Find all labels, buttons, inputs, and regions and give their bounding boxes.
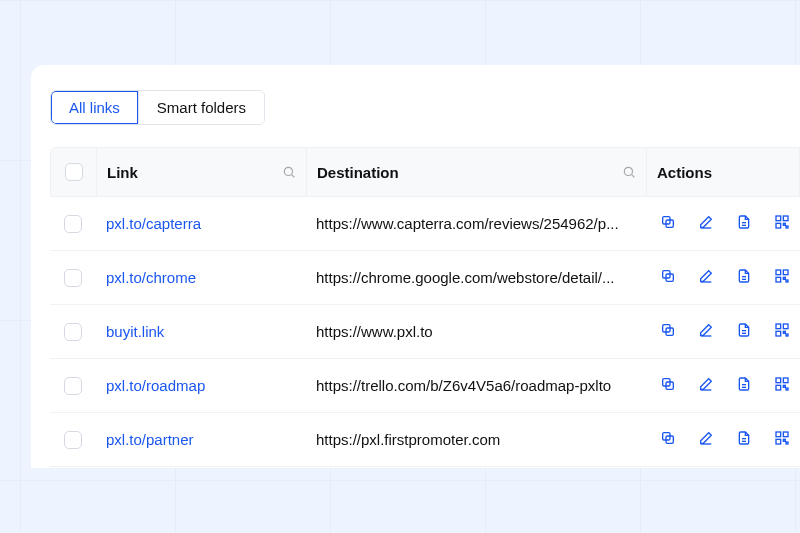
row-actions — [646, 322, 800, 341]
tab-smart-folders[interactable]: Smart folders — [138, 91, 264, 124]
svg-rect-10 — [783, 216, 788, 221]
svg-rect-13 — [786, 226, 788, 228]
row-checkbox[interactable] — [64, 377, 82, 395]
svg-rect-31 — [776, 331, 781, 336]
qr-icon[interactable] — [774, 430, 790, 449]
svg-rect-23 — [786, 280, 788, 282]
search-icon — [622, 165, 636, 179]
svg-rect-11 — [776, 223, 781, 228]
svg-rect-39 — [776, 378, 781, 383]
qr-icon[interactable] — [774, 214, 790, 233]
header-select-all — [51, 148, 97, 196]
row-destination: https://www.pxl.to — [306, 323, 646, 340]
svg-rect-29 — [776, 324, 781, 329]
svg-rect-42 — [783, 385, 785, 387]
table-row: pxl.to/roadmaphttps://trello.com/b/Z6v4V… — [50, 359, 800, 413]
file-icon[interactable] — [736, 430, 752, 449]
row-checkbox[interactable] — [64, 431, 82, 449]
row-link[interactable]: pxl.to/partner — [96, 431, 306, 448]
table-row: buyit.linkhttps://www.pxl.to — [50, 305, 800, 359]
row-destination: https://trello.com/b/Z6v4V5a6/roadmap-px… — [306, 377, 646, 394]
header-actions-label: Actions — [657, 164, 712, 181]
tab-all-links[interactable]: All links — [51, 91, 138, 124]
svg-rect-22 — [783, 277, 785, 279]
file-icon[interactable] — [736, 376, 752, 395]
row-link[interactable]: pxl.to/roadmap — [96, 377, 306, 394]
copy-icon[interactable] — [660, 376, 676, 395]
svg-rect-32 — [783, 331, 785, 333]
links-table: Link Destination Actions pxl.to/capterra… — [50, 147, 800, 467]
svg-rect-52 — [783, 439, 785, 441]
copy-icon[interactable] — [660, 268, 676, 287]
header-destination[interactable]: Destination — [307, 148, 647, 196]
svg-point-2 — [624, 167, 632, 175]
row-actions — [646, 214, 800, 233]
row-checkbox[interactable] — [64, 269, 82, 287]
file-icon[interactable] — [736, 322, 752, 341]
svg-rect-53 — [786, 442, 788, 444]
svg-rect-43 — [786, 388, 788, 390]
table-row: pxl.to/partnerhttps://pxl.firstpromoter.… — [50, 413, 800, 467]
copy-icon[interactable] — [660, 430, 676, 449]
row-link[interactable]: buyit.link — [96, 323, 306, 340]
header-destination-label: Destination — [317, 164, 399, 181]
edit-icon[interactable] — [698, 322, 714, 341]
select-all-checkbox[interactable] — [65, 163, 83, 181]
header-actions: Actions — [647, 148, 799, 196]
svg-rect-33 — [786, 334, 788, 336]
search-icon — [282, 165, 296, 179]
view-tabs: All links Smart folders — [50, 90, 265, 125]
file-icon[interactable] — [736, 268, 752, 287]
svg-rect-12 — [783, 223, 785, 225]
svg-point-0 — [284, 167, 292, 175]
row-checkbox[interactable] — [64, 215, 82, 233]
edit-icon[interactable] — [698, 376, 714, 395]
row-destination: https://www.capterra.com/reviews/254962/… — [306, 215, 646, 232]
svg-rect-30 — [783, 324, 788, 329]
edit-icon[interactable] — [698, 268, 714, 287]
header-link[interactable]: Link — [97, 148, 307, 196]
svg-rect-51 — [776, 439, 781, 444]
table-row: pxl.to/capterrahttps://www.capterra.com/… — [50, 197, 800, 251]
edit-icon[interactable] — [698, 430, 714, 449]
qr-icon[interactable] — [774, 322, 790, 341]
links-panel: All links Smart folders Link Destination… — [32, 66, 800, 467]
qr-icon[interactable] — [774, 376, 790, 395]
row-link[interactable]: pxl.to/chrome — [96, 269, 306, 286]
row-actions — [646, 268, 800, 287]
row-destination: https://chrome.google.com/webstore/detai… — [306, 269, 646, 286]
file-icon[interactable] — [736, 214, 752, 233]
copy-icon[interactable] — [660, 322, 676, 341]
svg-rect-50 — [783, 432, 788, 437]
svg-rect-41 — [776, 385, 781, 390]
svg-line-3 — [632, 175, 635, 178]
table-row: pxl.to/chromehttps://chrome.google.com/w… — [50, 251, 800, 305]
row-destination: https://pxl.firstpromoter.com — [306, 431, 646, 448]
svg-rect-20 — [783, 270, 788, 275]
header-link-label: Link — [107, 164, 138, 181]
row-actions — [646, 376, 800, 395]
edit-icon[interactable] — [698, 214, 714, 233]
svg-rect-21 — [776, 277, 781, 282]
svg-rect-49 — [776, 432, 781, 437]
svg-line-1 — [292, 175, 295, 178]
row-actions — [646, 430, 800, 449]
row-checkbox[interactable] — [64, 323, 82, 341]
qr-icon[interactable] — [774, 268, 790, 287]
svg-rect-40 — [783, 378, 788, 383]
row-link[interactable]: pxl.to/capterra — [96, 215, 306, 232]
svg-rect-19 — [776, 270, 781, 275]
table-header: Link Destination Actions — [50, 147, 800, 197]
svg-rect-9 — [776, 216, 781, 221]
copy-icon[interactable] — [660, 214, 676, 233]
